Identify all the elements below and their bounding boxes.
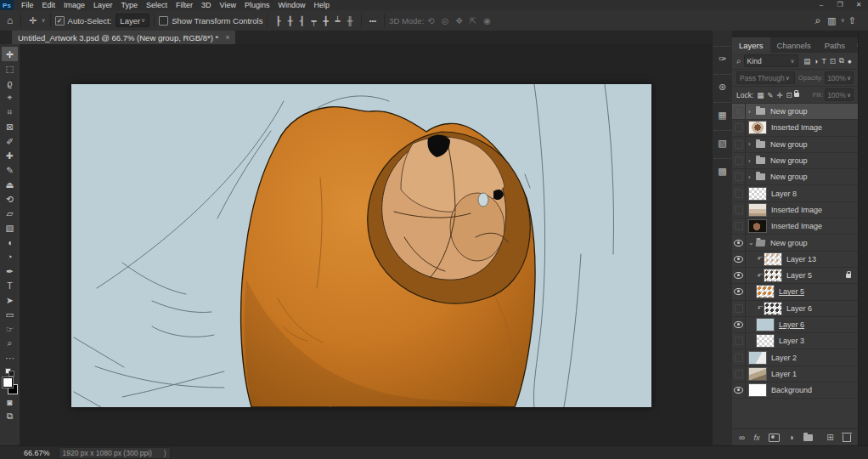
layer-name[interactable]: Layer 1	[771, 370, 797, 378]
layer-row[interactable]: Layer 5	[732, 284, 858, 300]
layer-thumbnail[interactable]	[764, 302, 782, 315]
3d-orbit-icon[interactable]: ⟲	[424, 16, 437, 26]
swatches-panel-icon[interactable]: ⊛	[714, 74, 731, 95]
menu-filter[interactable]: Filter	[172, 0, 197, 10]
blur-tool[interactable]: ◖	[2, 235, 18, 249]
lock-transparency-icon[interactable]: ▦	[755, 91, 765, 99]
adjustment-layer-icon[interactable]: ◑	[789, 433, 794, 442]
layer-row[interactable]: ↳Layer 5	[732, 268, 858, 284]
menu-image[interactable]: Image	[59, 0, 89, 10]
layer-row[interactable]: Layer 1	[732, 366, 858, 382]
layer-name[interactable]: Layer 3	[779, 337, 804, 345]
libraries-panel-icon[interactable]: ▩	[714, 158, 731, 179]
visibility-toggle[interactable]	[732, 382, 746, 398]
filter-toggle-icon[interactable]: ●	[846, 57, 854, 65]
3d-pan-icon[interactable]: ✥	[452, 16, 465, 26]
align-left-icon[interactable]: ┠	[272, 16, 284, 26]
layer-name[interactable]: Inserted Image	[771, 222, 822, 230]
layer-row[interactable]: Layer 6	[732, 317, 858, 333]
tab-paths[interactable]: Paths	[818, 37, 852, 53]
layer-name[interactable]: New group	[770, 173, 808, 181]
eyedropper-tool[interactable]: ✐	[2, 133, 18, 148]
layer-name[interactable]: Layer 5	[786, 271, 812, 280]
visibility-toggle[interactable]	[732, 104, 746, 119]
layer-row[interactable]: Layer 3	[732, 333, 858, 349]
lock-paint-icon[interactable]: ✎	[765, 91, 775, 99]
tool-preset-chevron-icon[interactable]: ∨	[41, 17, 45, 24]
visibility-toggle[interactable]	[732, 317, 746, 332]
visibility-toggle[interactable]	[732, 185, 746, 201]
layer-effects-icon[interactable]: fx	[753, 433, 759, 442]
visibility-toggle[interactable]	[732, 333, 746, 348]
canvas[interactable]	[71, 84, 651, 407]
gradient-tool[interactable]: ▧	[2, 220, 18, 235]
layer-name[interactable]: Layer 6	[779, 320, 804, 329]
type-tool[interactable]: T	[2, 278, 18, 292]
expander-chevron-icon[interactable]: ›	[748, 140, 755, 148]
patterns-panel-icon[interactable]: ▦	[714, 102, 731, 123]
gradients-panel-icon[interactable]: ▧	[714, 130, 731, 151]
layer-group-row[interactable]: ›New group	[732, 169, 858, 185]
type-filter-icon[interactable]: T	[820, 57, 827, 65]
layer-thumbnail[interactable]	[748, 383, 767, 397]
visibility-toggle[interactable]	[732, 252, 746, 267]
layer-name[interactable]: Layer 8	[771, 190, 797, 198]
menu-type[interactable]: Type	[117, 0, 143, 10]
layer-thumbnail[interactable]	[748, 219, 767, 233]
clone-stamp-tool[interactable]: ⏏	[2, 177, 18, 191]
3d-slide-icon[interactable]: ⇱	[466, 16, 480, 26]
visibility-toggle[interactable]	[732, 218, 746, 234]
visibility-toggle[interactable]	[732, 284, 746, 299]
layer-name[interactable]: Layer 2	[771, 354, 797, 362]
expander-chevron-icon[interactable]: ⌄	[748, 239, 755, 246]
show-transform-checkbox[interactable]	[159, 16, 168, 26]
more-align-options-button[interactable]: •••	[366, 17, 380, 25]
layer-name[interactable]: Background	[771, 386, 812, 394]
layer-thumbnail[interactable]	[756, 318, 775, 332]
visibility-toggle[interactable]	[732, 235, 746, 250]
expander-chevron-icon[interactable]: ›	[748, 157, 755, 165]
share-icon[interactable]: ⇧	[845, 15, 860, 26]
3d-zoom-icon[interactable]: ◉	[480, 16, 494, 26]
path-selection-tool[interactable]: ➤	[2, 292, 18, 307]
layer-row[interactable]: Layer 2	[732, 349, 858, 366]
object-selection-tool[interactable]: ⌖	[2, 90, 18, 105]
lock-move-icon[interactable]: ✛	[775, 91, 784, 99]
document-info-expander[interactable]: )	[164, 449, 166, 457]
workspace-switcher-icon[interactable]: ▥	[824, 15, 839, 26]
align-right-icon[interactable]: ┨	[296, 16, 307, 26]
brush-tool[interactable]: ✎	[2, 162, 18, 177]
layer-thumbnail[interactable]	[748, 121, 767, 134]
layer-group-row[interactable]: ›New group	[732, 104, 858, 120]
current-tool-icon[interactable]: ✛	[25, 15, 40, 26]
visibility-toggle[interactable]	[732, 268, 746, 283]
distribute-icon[interactable]: ╫	[344, 16, 357, 26]
minimize-button[interactable]: –	[812, 0, 831, 10]
layer-name[interactable]: New group	[770, 140, 808, 149]
layer-row[interactable]: Background	[732, 382, 858, 399]
align-center-h-icon[interactable]: ╂	[284, 16, 296, 26]
visibility-toggle[interactable]	[732, 169, 746, 184]
menu-help[interactable]: Help	[310, 0, 335, 10]
visibility-toggle[interactable]	[732, 202, 746, 218]
layer-name[interactable]: New group	[770, 239, 808, 247]
layer-thumbnail[interactable]	[748, 203, 767, 217]
layer-thumbnail[interactable]	[756, 285, 775, 298]
layer-row[interactable]: Inserted Image	[732, 218, 858, 235]
expander-chevron-icon[interactable]: ›	[748, 173, 755, 181]
menu-3d[interactable]: 3D	[197, 0, 216, 10]
search-icon[interactable]: ⌕	[812, 14, 825, 26]
document-tab[interactable]: Untitled_Artwork 3.psd @ 66.7% (New grou…	[12, 31, 235, 44]
blend-mode-select[interactable]: Pass Through ∨	[736, 71, 795, 84]
menu-select[interactable]: Select	[142, 0, 172, 10]
tab-channels[interactable]: Channels	[770, 37, 818, 53]
close-button[interactable]: ✕	[849, 0, 868, 10]
auto-select-checkbox[interactable]: ✓	[55, 16, 65, 26]
new-layer-icon[interactable]: ⊞	[826, 433, 833, 442]
eraser-tool[interactable]: ▱	[2, 206, 18, 220]
lasso-tool[interactable]: ϱ	[2, 76, 18, 90]
close-tab-icon[interactable]: ×	[225, 33, 229, 42]
brushes-panel-icon[interactable]: ✑	[714, 46, 731, 67]
3d-roll-icon[interactable]: ◎	[438, 16, 453, 26]
auto-select-target-select[interactable]: Layer ∨	[116, 14, 149, 27]
